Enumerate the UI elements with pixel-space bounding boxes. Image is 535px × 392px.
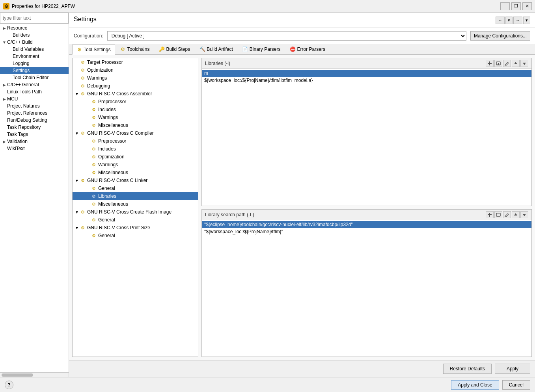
tool-item-print-general[interactable]: ⚙ General xyxy=(73,232,198,240)
sidebar-item-cpp-general[interactable]: ▶ C/C++ General xyxy=(0,81,69,88)
tool-item-asm-preprocessor[interactable]: ⚙ Preprocessor xyxy=(73,98,198,106)
library-item-m[interactable]: m xyxy=(202,70,531,77)
tool-item-linker-misc[interactable]: ⚙ Miscellaneous xyxy=(73,200,198,208)
tab-build-artifact[interactable]: 🔨 Build Artifact xyxy=(195,44,237,54)
sidebar-item-run-debug[interactable]: Run/Debug Setting xyxy=(0,117,69,124)
window-title: Properties for HP2022_APFW xyxy=(12,4,500,9)
sidebar-item-build-variables[interactable]: Build Variables xyxy=(0,46,69,53)
back-button[interactable]: ← xyxy=(496,17,505,24)
up-icon xyxy=(513,61,518,66)
sidebar-item-logging[interactable]: Logging xyxy=(0,60,69,67)
tool-item-linker-libraries[interactable]: ⚙ Libraries xyxy=(73,192,198,200)
tool-item-asm-warnings[interactable]: ⚙ Warnings xyxy=(73,113,198,121)
tool-item-cc-optimization[interactable]: ⚙ Optimization xyxy=(73,153,198,161)
error-parsers-icon: ⛔ xyxy=(290,46,296,52)
sidebar: ▶ Resource Builders ▼ C/C++ Build Build … xyxy=(0,13,69,377)
library-item-tflm[interactable]: ${workspace_loc:/${ProjName}/tflm/libtfl… xyxy=(202,77,531,84)
footer-bar: ? Apply and Close Cancel xyxy=(0,377,535,392)
forward-button[interactable]: → xyxy=(513,17,522,24)
sidebar-item-project-natures[interactable]: Project Natures xyxy=(0,102,69,110)
restore-button[interactable]: ❐ xyxy=(511,2,521,10)
tool-item-linker-general[interactable]: ⚙ General xyxy=(73,184,198,192)
forward-dropdown-button[interactable]: ▾ xyxy=(523,17,530,24)
tab-toolchains[interactable]: ⚙ Toolchains xyxy=(116,44,154,54)
tool-item-gnu-assembler[interactable]: ▼ ⚙ GNU RISC-V Cross Assembler xyxy=(73,90,198,98)
tool-item-asm-misc[interactable]: ⚙ Miscellaneous xyxy=(73,121,198,129)
tab-tool-settings[interactable]: ⚙ Tool Settings xyxy=(72,45,115,55)
sidebar-item-mcu[interactable]: ▶ MCU xyxy=(0,95,69,102)
tool-item-cc-warnings[interactable]: ⚙ Warnings xyxy=(73,161,198,169)
target-processor-icon: ⚙ xyxy=(80,59,86,65)
sidebar-item-task-repository[interactable]: Task Repository xyxy=(0,124,69,131)
content-title: Settings xyxy=(74,16,530,23)
build-artifact-icon: 🔨 xyxy=(199,46,205,52)
sidebar-item-cpp-build[interactable]: ▼ C/C++ Build xyxy=(0,39,69,46)
tool-item-cc-misc[interactable]: ⚙ Miscellaneous xyxy=(73,169,198,176)
binary-parsers-icon: 📄 xyxy=(242,46,248,52)
sidebar-item-validation[interactable]: ▶ Validation xyxy=(0,138,69,145)
tool-item-gnu-c-compiler[interactable]: ▼ ⚙ GNU RISC-V Cross C Compiler xyxy=(73,129,198,137)
lib-edit-button[interactable] xyxy=(503,60,511,67)
close-button[interactable]: ✕ xyxy=(522,2,532,10)
sidebar-item-linux-tools-path[interactable]: Linux Tools Path xyxy=(0,88,69,95)
tool-item-gnu-create-flash[interactable]: ▼ ⚙ GNU RISC-V Cross Create Flash Image xyxy=(73,208,198,216)
tab-tool-settings-label: Tool Settings xyxy=(84,47,111,52)
tool-item-gnu-print-size[interactable]: ▼ ⚙ GNU RISC-V Cross Print Size xyxy=(73,224,198,232)
minimize-button[interactable]: — xyxy=(500,2,510,10)
back-dropdown-button[interactable]: ▾ xyxy=(505,17,513,24)
lib-search-item-2[interactable]: "${workspace_loc:/${ProjName}/tflm}" xyxy=(202,228,531,235)
filter-input[interactable] xyxy=(0,13,69,24)
config-select[interactable]: Debug [ Active ] xyxy=(107,31,466,41)
sidebar-item-settings[interactable]: Settings xyxy=(0,67,69,74)
tool-item-target-processor[interactable]: ⚙ Target Processor xyxy=(73,58,198,66)
search-add-button[interactable] xyxy=(486,211,494,218)
sidebar-item-wikitext[interactable]: WikiText xyxy=(0,145,69,152)
help-button[interactable]: ? xyxy=(5,381,13,389)
tool-item-flash-general[interactable]: ⚙ General xyxy=(73,216,198,224)
lib-down-button[interactable] xyxy=(520,60,528,67)
cancel-button[interactable]: Cancel xyxy=(502,380,530,390)
tool-item-warnings[interactable]: ⚙ Warnings xyxy=(73,74,198,82)
apply-and-close-button[interactable]: Apply and Close xyxy=(451,380,499,390)
tool-item-cc-includes[interactable]: ⚙ Includes xyxy=(73,145,198,153)
apply-button[interactable]: Apply xyxy=(495,364,530,374)
tool-item-cc-preprocessor[interactable]: ⚙ Preprocessor xyxy=(73,137,198,145)
sidebar-item-task-tags[interactable]: Task Tags xyxy=(0,131,69,138)
tab-binary-parsers[interactable]: 📄 Binary Parsers xyxy=(238,44,285,54)
toolchains-icon: ⚙ xyxy=(120,46,126,52)
search-up-button[interactable] xyxy=(512,211,520,218)
search-add-workspace-button[interactable] xyxy=(494,211,502,218)
sidebar-item-builders[interactable]: Builders xyxy=(0,32,69,39)
libraries-list: m ${workspace_loc:/${ProjName}/tflm/libt… xyxy=(202,69,531,206)
content-header: Settings ← ▾ → ▾ xyxy=(69,13,535,28)
lib-search-item-1[interactable]: "${eclipse_home}/toolchain/gcc/riscv-nuc… xyxy=(202,221,531,228)
tab-error-parsers[interactable]: ⛔ Error Parsers xyxy=(286,44,330,54)
linker-misc-icon: ⚙ xyxy=(91,201,97,207)
gnu-c-linker-icon: ⚙ xyxy=(80,177,86,184)
expander-icon: ▼ xyxy=(2,40,7,45)
tool-item-debugging[interactable]: ⚙ Debugging xyxy=(73,82,198,90)
lib-add-file-button[interactable] xyxy=(494,60,502,67)
lib-add-button[interactable] xyxy=(486,60,494,67)
linker-general-icon: ⚙ xyxy=(91,185,97,191)
lib-up-button[interactable] xyxy=(512,60,520,67)
restore-defaults-button[interactable]: Restore Defaults xyxy=(443,364,492,374)
sidebar-item-resource[interactable]: ▶ Resource xyxy=(0,24,69,32)
sidebar-item-project-references[interactable]: Project References xyxy=(0,110,69,117)
sidebar-item-environment[interactable]: Environment xyxy=(0,53,69,60)
asm-preprocessor-icon: ⚙ xyxy=(91,98,97,105)
add-icon xyxy=(487,212,492,217)
tool-item-optimization[interactable]: ⚙ Optimization xyxy=(73,66,198,74)
tab-build-steps[interactable]: 🔑 Build Steps xyxy=(155,44,194,54)
tool-item-gnu-c-linker[interactable]: ▼ ⚙ GNU RISC-V Cross C Linker xyxy=(73,176,198,184)
tool-item-asm-includes[interactable]: ⚙ Includes xyxy=(73,106,198,113)
sidebar-scrollbar[interactable] xyxy=(0,372,69,377)
footer-left: ? xyxy=(5,381,13,389)
search-edit-button[interactable] xyxy=(503,211,511,218)
sidebar-item-tool-chain-editor[interactable]: Tool Chain Editor xyxy=(0,74,69,81)
expander-icon: ▶ xyxy=(2,139,7,144)
search-down-button[interactable] xyxy=(520,211,528,218)
window-icon: ⚙ xyxy=(3,3,9,9)
main-container: ▶ Resource Builders ▼ C/C++ Build Build … xyxy=(0,13,535,377)
manage-configurations-button[interactable]: Manage Configurations... xyxy=(470,31,530,41)
